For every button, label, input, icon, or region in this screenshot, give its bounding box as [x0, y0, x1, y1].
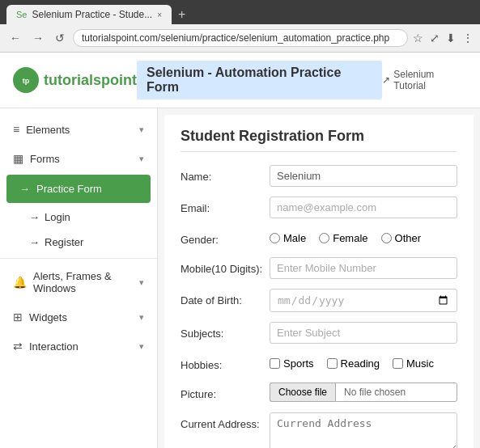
browser-toolbar: ← → ↺ tutorialspoint.com/selenium/practi…: [0, 24, 480, 53]
active-tab[interactable]: Se Selenium Practice - Stude... ×: [6, 5, 172, 24]
email-control: [270, 197, 457, 218]
tab-close-button[interactable]: ×: [157, 11, 162, 19]
tab-bar: Se Selenium Practice - Stude... × +: [6, 5, 474, 24]
gender-male-radio[interactable]: [270, 233, 280, 243]
widgets-label: Widgets: [29, 311, 67, 323]
hobby-sports-option[interactable]: Sports: [270, 357, 314, 370]
dob-control: [270, 289, 457, 312]
gender-other-radio[interactable]: [381, 233, 392, 243]
gender-label: Gender:: [181, 228, 270, 247]
selenium-tutorial-link[interactable]: ↗ Selenium Tutorial: [382, 69, 467, 91]
alerts-label: Alerts, Frames & Windows: [33, 270, 139, 294]
page-header: tp tutorialspoint Selenium - Automation …: [0, 53, 480, 108]
tab-title: Selenium Practice - Stude...: [32, 9, 152, 20]
forward-button[interactable]: →: [29, 30, 47, 46]
sidebar-item-login[interactable]: → Login: [0, 205, 157, 230]
hobby-sports-checkbox[interactable]: [270, 358, 280, 369]
forms-label: Forms: [30, 153, 60, 165]
login-arrow: →: [29, 211, 40, 223]
gender-control: Male Female Other: [270, 228, 457, 244]
forms-icon: ▦: [13, 152, 23, 165]
sidebar-item-register[interactable]: → Register: [0, 230, 157, 255]
gender-radio-group: Male Female Other: [270, 228, 457, 244]
address-bar[interactable]: tutorialspoint.com/selenium/practice/sel…: [73, 29, 408, 47]
address-row: Current Address:: [181, 412, 457, 448]
name-input[interactable]: [270, 165, 457, 187]
email-label: Email:: [181, 197, 270, 216]
reload-button[interactable]: ↺: [52, 30, 68, 46]
sidebar-item-practice-form[interactable]: → Practice Form: [6, 175, 151, 203]
sidebar-item-interaction[interactable]: ⇄ Interaction ▾: [0, 332, 157, 361]
picture-row: Picture: Choose file No file chosen: [181, 382, 457, 402]
picture-control: Choose file No file chosen: [270, 382, 457, 402]
browser-chrome: Se Selenium Practice - Stude... × +: [0, 0, 480, 24]
hobby-reading-checkbox[interactable]: [327, 358, 338, 369]
logo-icon: tp: [13, 67, 39, 93]
gender-other-option[interactable]: Other: [381, 232, 422, 244]
picture-label: Picture:: [181, 382, 270, 402]
svg-text:tp: tp: [23, 77, 30, 85]
sidebar-item-widgets[interactable]: ⊞ Widgets ▾: [0, 302, 157, 332]
hobbies-row: Hobbies: Sports Reading Music: [181, 353, 457, 373]
elements-chevron: ▾: [139, 125, 144, 135]
register-label: Register: [45, 236, 83, 248]
email-input[interactable]: [270, 197, 457, 218]
address-textarea[interactable]: [270, 412, 457, 448]
name-row: Name:: [181, 165, 457, 187]
practice-form-inner: → Practice Form: [19, 183, 102, 195]
hobby-music-label: Music: [406, 357, 434, 370]
forms-chevron: ▾: [139, 154, 144, 164]
subjects-label: Subjects:: [181, 322, 270, 341]
name-control: [270, 165, 457, 187]
dob-label: Date of Birth:: [181, 289, 270, 308]
toolbar-icons: ☆ ⤢ ⬇ ⋮: [413, 32, 474, 44]
bookmark-icon[interactable]: ☆: [413, 32, 423, 44]
external-link-icon: ↗: [382, 74, 390, 86]
subjects-input[interactable]: [270, 322, 457, 344]
file-name-label: No file chosen: [335, 382, 457, 402]
dob-row: Date of Birth:: [181, 289, 457, 312]
mobile-input[interactable]: [270, 257, 457, 279]
gender-female-option[interactable]: Female: [319, 232, 367, 244]
hobby-reading-option[interactable]: Reading: [327, 357, 380, 370]
menu-icon[interactable]: ⋮: [462, 32, 474, 44]
interaction-inner: ⇄ Interaction: [13, 340, 79, 353]
new-tab-button[interactable]: +: [172, 7, 192, 22]
hobby-music-checkbox[interactable]: [393, 358, 403, 369]
logo-tutorials: tutorials: [44, 72, 101, 88]
login-label: Login: [45, 211, 70, 223]
download-icon[interactable]: ⬇: [446, 32, 456, 44]
screen-icon[interactable]: ⤢: [430, 32, 440, 44]
widgets-icon: ⊞: [13, 311, 23, 323]
form-area: Student Registration Form Name: Email: G…: [164, 115, 474, 448]
choose-file-button[interactable]: Choose file: [270, 382, 335, 402]
form-title: Student Registration Form: [181, 128, 457, 152]
mobile-row: Mobile(10 Digits):: [181, 257, 457, 279]
link-text: Selenium Tutorial: [393, 69, 467, 91]
address-label: Current Address:: [181, 412, 270, 432]
sidebar-item-alerts[interactable]: 🔔 Alerts, Frames & Windows ▾: [0, 262, 157, 302]
back-button[interactable]: ←: [6, 30, 24, 46]
gender-female-label: Female: [333, 232, 367, 244]
interaction-chevron: ▾: [139, 341, 144, 352]
sidebar-item-forms[interactable]: ▦ Forms ▾: [0, 144, 157, 173]
hobbies-control: Sports Reading Music: [270, 353, 457, 370]
hobby-music-option[interactable]: Music: [393, 357, 434, 370]
file-input-wrapper: Choose file No file chosen: [270, 382, 457, 402]
sidebar-item-elements[interactable]: ≡ Elements ▾: [0, 115, 157, 144]
subjects-control: [270, 322, 457, 344]
gender-female-radio[interactable]: [319, 233, 329, 243]
hobby-reading-label: Reading: [341, 357, 380, 370]
name-label: Name:: [181, 165, 270, 184]
practice-form-label: Practice Form: [36, 183, 102, 195]
elements-label: Elements: [26, 124, 70, 136]
elements-icon: ≡: [13, 123, 19, 136]
elements-inner: ≡ Elements: [13, 123, 70, 136]
interaction-icon: ⇄: [13, 340, 23, 353]
dob-input[interactable]: [270, 289, 457, 312]
sidebar-divider-1: [0, 258, 157, 259]
logo-area: tp tutorialspoint: [13, 67, 137, 93]
main-content: ≡ Elements ▾ ▦ Forms ▾ → Practice Form →…: [0, 108, 480, 448]
gender-male-option[interactable]: Male: [270, 232, 306, 244]
subjects-row: Subjects:: [181, 322, 457, 344]
